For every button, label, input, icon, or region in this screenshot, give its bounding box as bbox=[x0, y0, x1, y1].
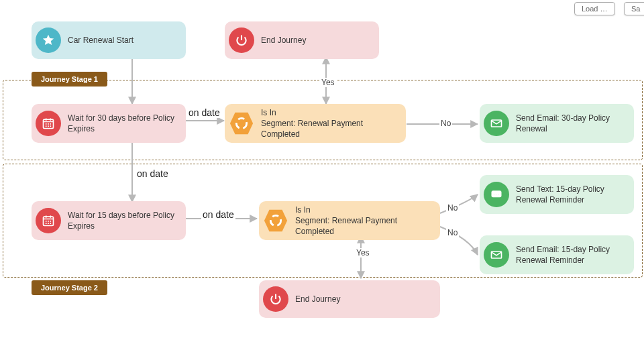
mail-icon bbox=[484, 111, 509, 136]
load-button[interactable]: Load … bbox=[574, 2, 615, 15]
segment-check-2[interactable]: Is InSegment: Renewal Payment Completed bbox=[259, 201, 440, 240]
email-30-label: Send Email: 30-day Policy Renewal bbox=[516, 113, 627, 134]
start-label: Car Renewal Start bbox=[68, 35, 133, 46]
end-journey-1[interactable]: End Journey bbox=[225, 21, 379, 59]
segment-check-2-label: Is InSegment: Renewal Payment Completed bbox=[295, 205, 433, 237]
edge-ondate-1: on date bbox=[187, 107, 221, 118]
text-15-label: Send Text: 15-day Policy Renewal Reminde… bbox=[516, 184, 627, 205]
svg-point-10 bbox=[498, 193, 499, 194]
svg-point-9 bbox=[496, 193, 497, 194]
wait-30-label: Wait for 30 days before Policy Expires bbox=[68, 113, 179, 134]
hexagon-icon bbox=[263, 208, 288, 233]
email-30-node[interactable]: Send Email: 30-day Policy Renewal bbox=[480, 104, 634, 143]
end-journey-2[interactable]: End Journey bbox=[259, 280, 440, 318]
segment-check-1-label: Is InSegment: Renewal Payment Completed bbox=[261, 107, 399, 140]
email-15-node[interactable]: Send Email: 15-day Policy Renewal Remind… bbox=[480, 235, 634, 274]
edge-ondate-3: on date bbox=[201, 209, 235, 220]
segment-check-1[interactable]: Is InSegment: Renewal Payment Completed bbox=[225, 104, 406, 143]
mail-icon bbox=[484, 242, 509, 268]
stage-1-label: Journey Stage 1 bbox=[32, 72, 107, 87]
hexagon-icon bbox=[229, 111, 254, 136]
star-icon bbox=[36, 27, 61, 53]
wait-15-node[interactable]: Wait for 15 days before Policy Expires bbox=[32, 201, 186, 240]
email-15-label: Send Email: 15-day Policy Renewal Remind… bbox=[516, 244, 627, 266]
sms-icon bbox=[484, 182, 509, 207]
calendar-icon bbox=[36, 111, 61, 136]
end-journey-2-label: End Journey bbox=[295, 294, 340, 304]
edge-yes-1: Yes bbox=[320, 78, 336, 87]
edge-no-1: No bbox=[439, 119, 452, 128]
wait-30-node[interactable]: Wait for 30 days before Policy Expires bbox=[32, 104, 186, 143]
edge-ondate-2: on date bbox=[136, 168, 170, 179]
edge-no-2a: No bbox=[446, 203, 459, 213]
svg-marker-5 bbox=[264, 210, 287, 231]
calendar-icon bbox=[36, 208, 61, 233]
stage-2-label: Journey Stage 2 bbox=[32, 280, 107, 295]
edge-yes-2: Yes bbox=[355, 248, 371, 258]
svg-point-8 bbox=[494, 193, 495, 194]
power-icon bbox=[229, 27, 254, 53]
wait-15-label: Wait for 15 days before Policy Expires bbox=[68, 210, 179, 231]
power-icon bbox=[263, 286, 288, 312]
text-15-node[interactable]: Send Text: 15-day Policy Renewal Reminde… bbox=[480, 175, 634, 214]
svg-marker-1 bbox=[230, 113, 253, 134]
start-node[interactable]: Car Renewal Start bbox=[32, 21, 186, 59]
end-journey-1-label: End Journey bbox=[261, 35, 306, 46]
save-button[interactable]: Sa bbox=[624, 2, 644, 15]
journey-canvas: Load … Sa Journey Stage 1 Journey Stage … bbox=[0, 0, 644, 342]
edge-no-2b: No bbox=[446, 228, 459, 237]
